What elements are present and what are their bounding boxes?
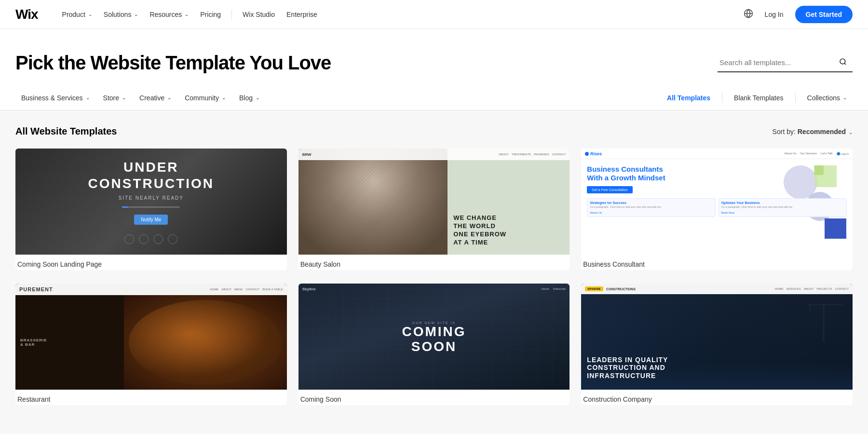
- template-name: Coming Soon Landing Page: [15, 255, 287, 270]
- preview-hero: LEADERS IN QUALITY CONSTRUCTION AND INFR…: [581, 294, 853, 390]
- section-header: All Website Templates Sort by: Recommend…: [15, 126, 853, 137]
- card-link: Book Now: [721, 211, 844, 214]
- cat-collections[interactable]: Collections ⌄: [801, 85, 853, 110]
- cat-blog[interactable]: Blog ⌄: [233, 85, 265, 110]
- template-thumbnail: UNDER CONSTRUCTION SITE NEARLY READY Not…: [15, 149, 287, 255]
- preview-cards: Strategies for Success I'm a paragraph. …: [587, 198, 847, 217]
- nav-item-product[interactable]: Product ⌄: [57, 8, 97, 21]
- preview-hero-text: LEADERS IN QUALITY CONSTRUCTION AND INFR…: [587, 356, 668, 380]
- edit-button[interactable]: Edit: [160, 194, 190, 209]
- search-input[interactable]: [719, 58, 835, 67]
- chevron-icon: ⌄: [843, 95, 847, 100]
- preview-nav: BRW ABOUT TREATMENTS PROMISES CONTACT: [298, 149, 570, 160]
- cat-creative[interactable]: Creative ⌄: [134, 85, 177, 110]
- card-title: Optimize Your Business: [721, 201, 844, 204]
- preview-card-1: Strategies for Success I'm a paragraph. …: [587, 198, 715, 217]
- template-card[interactable]: PUREMENT HOME ABOUT MENU CONTACT BOOK A …: [15, 284, 287, 405]
- template-thumbnail: Rises About Us Our Services Let's Talk 🔵…: [581, 149, 853, 255]
- nav-item-pricing[interactable]: Pricing: [195, 8, 226, 21]
- template-thumbnail: PUREMENT HOME ABOUT MENU CONTACT BOOK A …: [15, 284, 287, 390]
- globe-icon[interactable]: [744, 9, 753, 20]
- login-button[interactable]: Log In: [759, 8, 789, 21]
- sort-dropdown[interactable]: Sort by: Recommended ⌄: [773, 128, 853, 136]
- chevron-icon: ⌄: [222, 95, 226, 100]
- chevron-icon: ⌄: [122, 95, 126, 100]
- template-card[interactable]: SPHERE CONSTRUCTIONS HOME SERVICES ABOUT…: [581, 284, 853, 405]
- search-bar: [718, 54, 853, 72]
- chevron-icon: ⌄: [256, 95, 259, 100]
- preview-card-2: Optimize Your Business I'm a paragraph. …: [719, 198, 847, 217]
- main-content: All Website Templates Sort by: Recommend…: [0, 110, 868, 424]
- nav-item-enterprise[interactable]: Enterprise: [282, 8, 322, 21]
- cat-community[interactable]: Community ⌄: [179, 85, 231, 110]
- card-text: I'm a paragraph. Click here to add your …: [721, 205, 844, 209]
- cat-divider: [722, 93, 722, 103]
- preview-hero: Business Consultants With a Growth Minds…: [581, 159, 853, 255]
- chevron-icon: ⌄: [185, 12, 189, 17]
- nav-links: Product ⌄ Solutions ⌄ Resources ⌄ Pricin…: [57, 8, 728, 21]
- template-thumbnail: BRW ABOUT TREATMENTS PROMISES CONTACT: [298, 149, 570, 255]
- template-preview-construction: SPHERE CONSTRUCTIONS HOME SERVICES ABOUT…: [581, 284, 853, 390]
- svg-line-3: [844, 63, 846, 65]
- template-name: Coming Soon: [298, 390, 570, 405]
- card-text: I'm a paragraph. Click here to add your …: [590, 205, 712, 209]
- nav-item-wix-studio[interactable]: Wix Studio: [238, 8, 280, 21]
- nav-right: Log In Get Started: [744, 6, 853, 23]
- preview-logo: BRW: [302, 152, 312, 157]
- chevron-icon: ⌄: [134, 12, 138, 17]
- edit-button[interactable]: Edit: [443, 194, 472, 209]
- nav-divider: [231, 10, 232, 19]
- search-icon-button[interactable]: [839, 58, 847, 68]
- template-card[interactable]: UNDER CONSTRUCTION SITE NEARLY READY Not…: [15, 149, 287, 270]
- wix-logo[interactable]: Wix: [15, 7, 38, 22]
- preview-button[interactable]: Preview: [113, 194, 154, 209]
- hero-section: Pick the Website Template You Love: [0, 29, 868, 85]
- preview-hero-text: Business Consultants With a Growth Minds…: [587, 165, 847, 249]
- template-thumbnail: SPHERE CONSTRUCTIONS HOME SERVICES ABOUT…: [581, 284, 853, 390]
- template-card[interactable]: Skyline Home Subscribe OUR NEW SITE IS C…: [298, 284, 570, 405]
- chevron-icon: ⌄: [167, 95, 171, 100]
- svg-point-2: [840, 59, 845, 64]
- nav-item-resources[interactable]: Resources ⌄: [145, 8, 193, 21]
- preview-hero-title: Business Consultants With a Growth Minds…: [587, 165, 674, 182]
- preview-button[interactable]: Preview: [396, 194, 437, 209]
- preview-button[interactable]: Preview: [113, 329, 154, 344]
- section-title: All Website Templates: [15, 126, 117, 137]
- preview-title: COMING SOON: [402, 325, 466, 354]
- cat-store[interactable]: Store ⌄: [97, 85, 132, 110]
- get-started-button[interactable]: Get Started: [795, 6, 853, 23]
- preview-center-text: OUR NEW SITE IS COMING SOON: [402, 319, 466, 354]
- cat-all-templates[interactable]: All Templates: [661, 85, 716, 110]
- template-name: Beauty Salon: [298, 255, 570, 270]
- page-title: Pick the Website Template You Love: [15, 52, 331, 74]
- chevron-icon: ⌄: [86, 95, 90, 100]
- card-title: Strategies for Success: [590, 201, 712, 204]
- template-name: Restaurant: [15, 390, 287, 405]
- template-card[interactable]: Rises About Us Our Services Let's Talk 🔵…: [581, 149, 853, 270]
- chevron-icon: ⌄: [849, 130, 853, 135]
- template-name: Construction Company: [581, 390, 853, 405]
- chevron-icon: ⌄: [88, 12, 92, 17]
- nav-item-solutions[interactable]: Solutions ⌄: [99, 8, 143, 21]
- cat-divider-2: [795, 93, 796, 103]
- preview-title: LEADERS IN QUALITY CONSTRUCTION AND INFR…: [587, 356, 668, 380]
- template-card[interactable]: BRW ABOUT TREATMENTS PROMISES CONTACT: [298, 149, 570, 270]
- cat-business-services[interactable]: Business & Services ⌄: [15, 85, 95, 110]
- preview-nav-links: ABOUT TREATMENTS PROMISES CONTACT: [499, 153, 566, 156]
- template-grid: UNDER CONSTRUCTION SITE NEARLY READY Not…: [15, 149, 853, 405]
- template-thumbnail: Skyline Home Subscribe OUR NEW SITE IS C…: [298, 284, 570, 390]
- card-link: About Us: [590, 211, 712, 214]
- template-name: Business Consultant: [581, 255, 853, 270]
- edit-button[interactable]: Edit: [160, 329, 190, 344]
- preview-cta-btn[interactable]: Get a Free Consultation: [587, 186, 632, 193]
- navbar: Wix Product ⌄ Solutions ⌄ Resources ⌄ Pr…: [0, 0, 868, 29]
- category-nav: Business & Services ⌄ Store ⌄ Creative ⌄…: [0, 85, 868, 110]
- cat-blank-templates[interactable]: Blank Templates: [728, 85, 789, 110]
